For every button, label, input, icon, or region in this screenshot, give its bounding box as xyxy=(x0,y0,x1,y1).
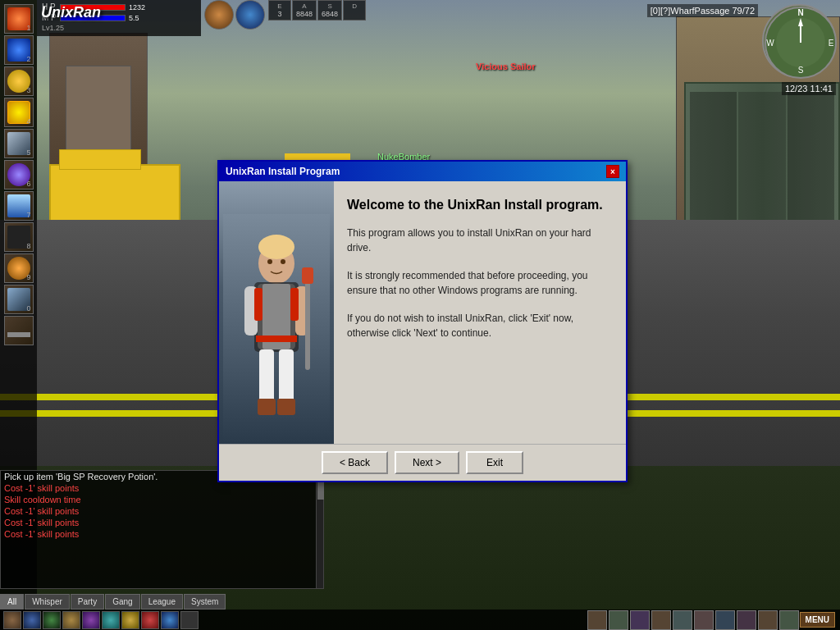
right-icon-8[interactable] xyxy=(737,610,756,630)
tab-gang[interactable]: Gang xyxy=(105,594,139,609)
tab-whisper[interactable]: Whisper xyxy=(25,594,70,609)
svg-rect-15 xyxy=(259,349,274,407)
svg-rect-23 xyxy=(254,288,262,321)
chat-line-3: Cost -1' skill points xyxy=(1,505,319,517)
chat-area: Pick up item 'Big SP Recovery Potion'. C… xyxy=(0,470,320,589)
skill-slot-5[interactable]: 5 xyxy=(4,129,34,158)
svg-rect-17 xyxy=(258,399,276,415)
bottom-icon-4[interactable] xyxy=(62,611,80,629)
dialog-titlebar: UnixRan Install Program × xyxy=(219,162,626,181)
right-icon-9[interactable] xyxy=(758,610,778,630)
skill-slot-1[interactable]: 1 xyxy=(4,4,34,34)
right-icon-5[interactable] xyxy=(673,610,692,630)
chat-line-2: Skill cooldown time xyxy=(1,494,319,505)
avatar-icons xyxy=(204,0,265,30)
tab-all[interactable]: All xyxy=(0,594,24,609)
hp-value: 1232 xyxy=(129,3,145,11)
dialog-heading: Welcome to the UnixRan Install program. xyxy=(347,198,613,212)
svg-text:W: W xyxy=(766,39,774,48)
stat-boxes: E 3 A 8848 S 6848 D xyxy=(268,0,366,21)
svg-text:N: N xyxy=(797,8,803,17)
npc-vicious-sailor-tag: Vicious Sailor xyxy=(476,62,536,71)
bottom-icon-5[interactable] xyxy=(82,611,100,629)
right-icon-10[interactable] xyxy=(779,610,799,630)
tab-system[interactable]: System xyxy=(184,594,226,609)
svg-point-25 xyxy=(267,259,272,264)
skill-slot-8[interactable]: 8 xyxy=(4,222,34,252)
install-dialog: UnixRan Install Program × xyxy=(217,160,628,482)
svg-point-26 xyxy=(281,259,285,264)
right-icon-7[interactable] xyxy=(715,610,735,630)
svg-text:S: S xyxy=(798,66,804,75)
chat-line-4: Cost -1' skill points xyxy=(1,517,319,528)
svg-rect-21 xyxy=(302,267,313,284)
bottom-bar: MENU xyxy=(0,609,840,630)
right-icons: MENU xyxy=(585,608,837,631)
skill-slot-extra[interactable] xyxy=(4,316,34,345)
stat-box-d: D xyxy=(343,0,366,21)
stat-box-s: S 6848 xyxy=(317,0,342,21)
svg-rect-24 xyxy=(290,288,299,321)
right-icon-1[interactable] xyxy=(587,610,607,630)
bottom-icon-2[interactable] xyxy=(23,611,41,629)
bottom-icon-10[interactable] xyxy=(180,611,199,629)
svg-rect-16 xyxy=(279,349,294,407)
menu-button[interactable]: MENU xyxy=(800,612,835,628)
svg-rect-18 xyxy=(277,399,295,415)
avatar-icon-2 xyxy=(235,0,265,30)
dialog-para1: This program allows you to install UnixR… xyxy=(347,226,613,255)
skill-slot-7[interactable]: 7 xyxy=(4,191,34,221)
svg-rect-20 xyxy=(305,272,310,370)
right-icon-3[interactable] xyxy=(630,610,650,630)
dialog-footer: < Back Next > Exit xyxy=(219,444,626,481)
game-logo: UnixRan xyxy=(41,4,101,21)
dialog-para3: If you do not wish to install UnixRan, c… xyxy=(347,311,613,340)
avatar-icon-1 xyxy=(204,0,234,30)
minimap[interactable]: N S W E xyxy=(762,4,836,78)
datetime: 12/23 11:41 xyxy=(782,82,836,95)
right-icon-2[interactable] xyxy=(609,610,628,630)
next-button[interactable]: Next > xyxy=(395,451,459,474)
exit-button[interactable]: Exit xyxy=(466,451,523,474)
bottom-icon-9[interactable] xyxy=(161,611,179,629)
tab-party[interactable]: Party xyxy=(71,594,104,609)
skill-slot-0[interactable]: 0 xyxy=(4,285,34,314)
skill-slot-6[interactable]: 6 xyxy=(4,160,34,189)
skill-slot-2[interactable]: 2 xyxy=(4,35,34,65)
svg-text:E: E xyxy=(829,39,834,48)
skill-slot-3[interactable]: 3 xyxy=(4,66,34,96)
back-button[interactable]: < Back xyxy=(322,451,388,474)
svg-point-10 xyxy=(258,235,294,259)
chat-line-5: Cost -1' skill points xyxy=(1,528,319,540)
bottom-icon-6[interactable] xyxy=(102,611,120,629)
dialog-image-panel xyxy=(219,181,334,444)
chat-tabs: All Whisper Party Gang League System xyxy=(0,594,226,609)
dialog-body: Welcome to the UnixRan Install program. … xyxy=(219,181,626,444)
dialog-close-button[interactable]: × xyxy=(606,165,619,178)
right-icon-4[interactable] xyxy=(651,610,671,630)
dialog-content: Welcome to the UnixRan Install program. … xyxy=(334,181,626,444)
bottom-icon-7[interactable] xyxy=(121,611,139,629)
chat-line-1: Cost -1' skill points xyxy=(1,482,319,494)
tab-league[interactable]: League xyxy=(141,594,183,609)
bottom-icon-1[interactable] xyxy=(3,611,21,629)
mp-value: 5.5 xyxy=(129,14,139,22)
map-label: [0][?]WharfPassage 79/72 xyxy=(647,4,758,17)
skill-slot-4[interactable]: 4 xyxy=(4,98,34,127)
dialog-title: UnixRan Install Program xyxy=(226,166,340,177)
skill-slot-9[interactable]: 9 xyxy=(4,253,34,283)
bottom-icon-8[interactable] xyxy=(141,611,159,629)
dialog-para2: It is strongly recommended that before p… xyxy=(347,268,613,298)
stat-box-e: E 3 xyxy=(268,0,291,21)
bottom-icon-group xyxy=(3,611,583,629)
stat-box-a: A 8848 xyxy=(292,0,317,21)
level-label: Lv1.25 xyxy=(42,24,64,32)
chat-scrollbar[interactable] xyxy=(316,470,324,589)
right-icon-6[interactable] xyxy=(694,610,714,630)
bottom-icon-3[interactable] xyxy=(43,611,61,629)
svg-rect-14 xyxy=(256,336,297,342)
